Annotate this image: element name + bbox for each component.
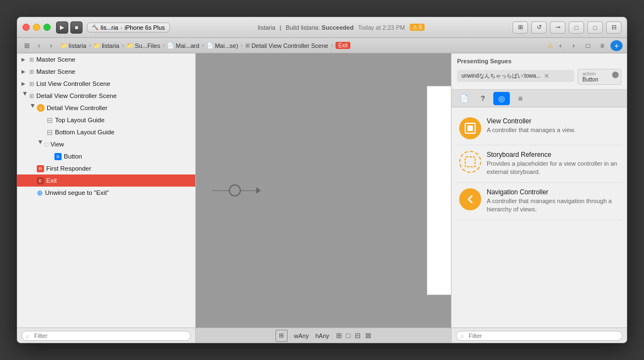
titlebar-center: listaria | Build listaria: Succeeded Tod… [170, 24, 513, 31]
scheme-selector[interactable]: 🔨 lis...ria › iPhone 6s Plus [87, 23, 170, 32]
right-search-icon: ⌕ [460, 332, 464, 339]
minimize-button[interactable] [33, 24, 40, 31]
warning-badge[interactable]: ⚠ 8 [410, 24, 425, 31]
lib-item-view-controller[interactable]: View Controller A controller that manage… [456, 112, 623, 145]
layout-toggle-button[interactable]: ⊞ [513, 21, 528, 34]
attributes-button[interactable]: ≡ [596, 40, 608, 51]
expand-arrow-3: ▶ [21, 81, 29, 86]
sidebar-label-4: Detail View Controller Scene [36, 92, 117, 99]
connector-line-right [241, 190, 256, 191]
inspector-button[interactable]: □ [582, 40, 594, 51]
panel1-button[interactable]: □ [569, 21, 584, 34]
sidebar-filter-input[interactable] [21, 331, 191, 341]
layout-icon: ⊟ [47, 116, 53, 124]
panel2-button[interactable]: □ [587, 21, 603, 34]
vc-lib-title: View Controller [487, 117, 619, 125]
secondary-toolbar: ⊞ ‹ › 📁 listaria › 📁 listaria › 📁 Su...F… [17, 38, 627, 53]
presenting-segues-section: Presenting Segues unwindなんちゃっらばい:towa...… [452, 53, 627, 90]
connector [212, 184, 261, 197]
breadcrumb-separator: › [89, 42, 91, 48]
connector-circle [229, 184, 241, 197]
segue-right-dot [612, 72, 619, 78]
sidebar-item-master-scene-2[interactable]: ▶ ⊞ Master Scene [17, 66, 195, 78]
lib-item-nav-controller[interactable]: Navigation Controller A controller that … [456, 183, 623, 220]
canvas-icon3[interactable]: ⊟ [355, 331, 361, 340]
close-button[interactable] [23, 24, 30, 31]
segue-name: unwindなんちゃっらばい:towa... [461, 72, 541, 80]
sidebar-item-first-responder[interactable]: ▶ R First Responder [17, 162, 195, 174]
run-button[interactable]: ▶ [56, 21, 68, 34]
next-issue-button[interactable]: › [568, 40, 580, 51]
tab-identity[interactable]: ◎ [493, 92, 510, 105]
canvas-content: Button [196, 53, 451, 328]
tab-file[interactable]: 📄 [456, 92, 472, 105]
vc-icon: V [37, 104, 45, 112]
expand-arrow-4: ▶ [23, 92, 28, 100]
breadcrumb-separator3: › [163, 42, 164, 48]
sidebar-item-master-scene-1[interactable]: ▶ ⊞ Master Scene [17, 53, 195, 66]
xcode-window: ▶ ■ 🔨 lis...ria › iPhone 6s Plus listari… [16, 17, 628, 343]
sidebar-item-button[interactable]: ▶ B Button [17, 150, 195, 162]
breadcrumb-item-listaria[interactable]: 📁 listaria [59, 42, 88, 50]
sidebar-item-view[interactable]: ▶ □ View [17, 138, 195, 150]
presenting-segues-title: Presenting Segues [457, 58, 621, 64]
build-status-text: Build listaria: Succeeded [285, 24, 354, 31]
sidebar-item-unwind[interactable]: ▶ ⊕ Unwind segue to "Exit" [17, 187, 195, 199]
sidebar-item-exit[interactable]: ▶ E Exit [17, 174, 195, 187]
back-nav-button[interactable]: ‹ [34, 40, 45, 51]
stop-button[interactable]: ■ [70, 21, 82, 34]
tab-quickhelp[interactable]: ? [475, 92, 491, 105]
canvas-icon1[interactable]: ⊞ [336, 331, 342, 340]
storyboard-icon: ⊞ [245, 42, 250, 48]
nav-lib-icon [459, 188, 481, 210]
breadcrumb-separator4: › [202, 42, 203, 48]
list-icon: ⊞ [29, 80, 34, 88]
file-icon: 📄 [167, 42, 174, 48]
connector-line-left [212, 190, 229, 191]
sidebar-item-top-layout[interactable]: ▶ ⊟ Top Layout Guide [17, 114, 195, 126]
tab-attributes[interactable]: ≡ [512, 92, 529, 105]
vc-lib-icon [459, 117, 481, 139]
sidebar-item-detail-vc[interactable]: ▶ V Detail View Controller [17, 102, 195, 114]
sidebar-label: Master Scene [36, 56, 75, 63]
sidebar-filter: ⌕ [17, 328, 195, 343]
canvas-icon4[interactable]: ⊠ [365, 331, 371, 340]
breadcrumb-item-main-se[interactable]: 📄 Mai...se) [205, 42, 240, 50]
segue-close-button[interactable]: ✕ [544, 72, 549, 80]
panel3-button[interactable]: ⊟ [606, 21, 621, 34]
sidebar-label-10: First Responder [46, 165, 91, 172]
view-icon: □ [45, 141, 48, 148]
library-items: View Controller A controller that manage… [452, 107, 627, 328]
segue-item[interactable]: unwindなんちゃっらばい:towa... ✕ [457, 70, 574, 82]
sidebar-label-12: Unwind segue to "Exit" [45, 189, 109, 196]
breadcrumb-item-listaria2[interactable]: 📁 listaria [92, 42, 121, 50]
attributes-tab-icon: ≡ [518, 94, 522, 103]
sidebar-item-detail-vc-scene[interactable]: ▶ ⊞ Detail View Controller Scene [17, 90, 195, 102]
scheme-sep: › [120, 24, 123, 31]
sidebar-item-list-vc-scene[interactable]: ▶ ⊞ List View Controller Scene [17, 78, 195, 90]
add-object-button[interactable]: + [610, 40, 623, 51]
breadcrumb-item-exit[interactable]: Exit [334, 41, 352, 50]
sidebar-label-7: Bottom Layout Guide [55, 129, 114, 135]
prev-issue-button[interactable]: ‹ [554, 40, 566, 51]
back-forward-button[interactable]: ⊸ [550, 21, 565, 34]
filter-wrap: ⌕ [21, 331, 191, 341]
canvas-icon2[interactable]: □ [346, 331, 351, 340]
scene-icon: ⊞ [29, 56, 34, 63]
forward-nav-button[interactable]: › [46, 40, 57, 51]
scene2-icon: ⊞ [29, 68, 34, 75]
right-filter-input[interactable] [456, 331, 623, 341]
expand-arrow: ▶ [21, 57, 29, 62]
breadcrumb-item-detail-scene[interactable]: ⊞ Detail View Controller Scene [244, 42, 330, 50]
sidebar-label-3: List View Controller Scene [36, 80, 111, 87]
refresh-button[interactable]: ↺ [531, 21, 547, 34]
breadcrumb-item-sufiles[interactable]: 📁 Su...Files [125, 42, 162, 50]
button-icon: B [54, 153, 62, 160]
canvas-sidebar-toggle[interactable]: ⊞ [276, 330, 288, 342]
sidebar-toggle-button[interactable]: ⊞ [21, 40, 32, 51]
sidebar-item-bottom-layout[interactable]: ▶ ⊟ Bottom Layout Guide [17, 126, 195, 138]
lib-item-storyboard-ref[interactable]: Storyboard Reference Provides a placehol… [456, 145, 623, 183]
breadcrumb-item-main-ard[interactable]: 📄 Mai...ard [166, 42, 201, 50]
maximize-button[interactable] [43, 24, 51, 31]
size-label-w: wAny [294, 332, 309, 339]
